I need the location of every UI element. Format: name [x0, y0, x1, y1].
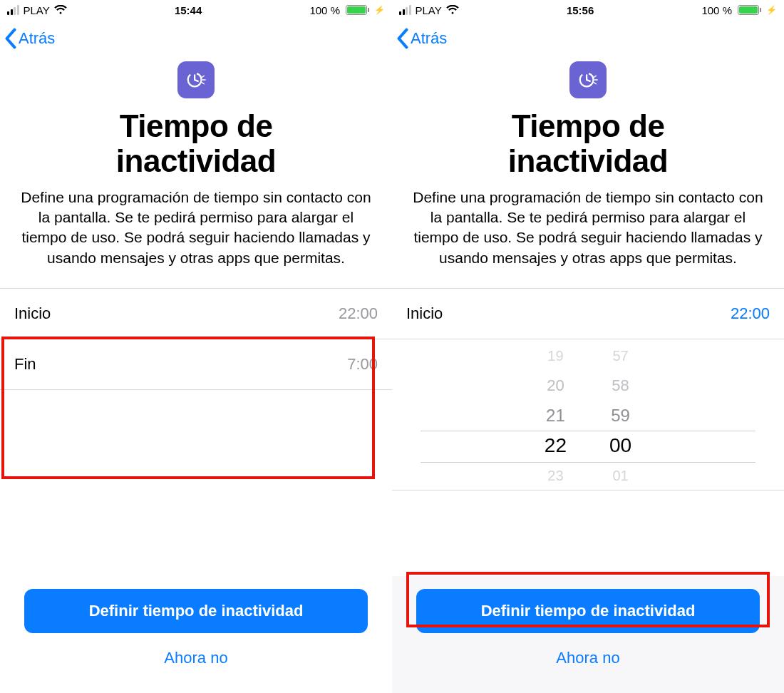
charging-icon: ⚡ [374, 5, 385, 15]
nav-bar: Atrás [392, 20, 784, 57]
time-picker[interactable]: 19 20 21 22 23 57 58 59 00 01 [392, 339, 784, 491]
start-label: Inicio [14, 304, 51, 323]
minute-option: 57 [609, 341, 631, 371]
chevron-left-icon [4, 28, 17, 49]
svg-line-11 [594, 83, 596, 84]
title-line1: Tiempo de [512, 108, 665, 143]
start-value: 22:00 [731, 304, 770, 323]
footer: Definir tiempo de inactividad Ahora no [0, 576, 392, 693]
screen-right: PLAY 15:56 100 % ⚡ Atrás [392, 0, 784, 693]
hero: Tiempo de inactividad Define una program… [392, 57, 784, 268]
charging-icon: ⚡ [766, 5, 777, 15]
not-now-link[interactable]: Ahora no [24, 649, 368, 667]
screen-left: PLAY 15:44 100 % ⚡ Atrás [0, 0, 392, 693]
chevron-left-icon [396, 28, 409, 49]
start-time-row[interactable]: Inicio 22:00 [0, 289, 392, 339]
status-bar: PLAY 15:56 100 % ⚡ [392, 0, 784, 20]
battery-percent: 100 % [701, 4, 732, 16]
back-button[interactable]: Atrás [4, 28, 55, 49]
carrier-label: PLAY [24, 4, 50, 16]
page-description: Define una programación de tiempo sin co… [16, 188, 376, 268]
time-range-list: Inicio 22:00 Fin 7:00 [0, 288, 392, 390]
title-line2: inactividad [116, 143, 276, 178]
carrier-label: PLAY [416, 4, 442, 16]
hour-wheel[interactable]: 19 20 21 22 23 [545, 341, 567, 491]
start-value: 22:00 [339, 304, 378, 323]
svg-line-4 [202, 76, 204, 77]
page-description: Define una programación de tiempo sin co… [408, 188, 768, 268]
svg-line-10 [594, 76, 596, 77]
battery-icon [344, 5, 369, 15]
define-downtime-button[interactable]: Definir tiempo de inactividad [416, 589, 760, 633]
wifi-icon [446, 5, 459, 15]
back-label: Atrás [411, 29, 447, 48]
minute-option: 58 [609, 371, 631, 401]
battery-percent: 100 % [309, 4, 340, 16]
title-line2: inactividad [508, 143, 668, 178]
title-line1: Tiempo de [120, 108, 273, 143]
minute-option: 59 [609, 401, 631, 431]
svg-line-5 [202, 83, 204, 84]
start-time-row[interactable]: Inicio 22:00 [392, 289, 784, 339]
hour-option: 20 [545, 371, 567, 401]
page-title: Tiempo de inactividad [408, 108, 768, 179]
end-time-row[interactable]: Fin 7:00 [0, 339, 392, 390]
define-downtime-button[interactable]: Definir tiempo de inactividad [24, 589, 368, 633]
hour-option: 19 [545, 341, 567, 371]
minute-wheel[interactable]: 57 58 59 00 01 [609, 341, 631, 491]
back-label: Atrás [19, 29, 55, 48]
hero: Tiempo de inactividad Define una program… [0, 57, 392, 268]
clock: 15:44 [175, 4, 202, 16]
footer: Definir tiempo de inactividad Ahora no [392, 576, 784, 693]
hour-option: 21 [545, 401, 567, 431]
signal-icon [7, 5, 19, 15]
downtime-icon [177, 61, 215, 98]
status-bar: PLAY 15:44 100 % ⚡ [0, 0, 392, 20]
page-title: Tiempo de inactividad [16, 108, 376, 179]
minute-option: 01 [609, 461, 631, 491]
start-label: Inicio [406, 304, 443, 323]
not-now-link[interactable]: Ahora no [416, 649, 760, 667]
svg-line-8 [587, 80, 590, 81]
back-button[interactable]: Atrás [396, 28, 447, 49]
wifi-icon [54, 5, 67, 15]
svg-line-2 [195, 80, 198, 81]
hour-selected: 22 [545, 431, 567, 461]
nav-bar: Atrás [0, 20, 392, 57]
clock: 15:56 [567, 4, 594, 16]
end-label: Fin [14, 355, 36, 374]
hour-option: 23 [545, 461, 567, 491]
end-value: 7:00 [347, 355, 378, 374]
signal-icon [399, 5, 411, 15]
downtime-icon [569, 61, 607, 98]
minute-selected: 00 [609, 431, 631, 461]
time-range-list: Inicio 22:00 19 20 21 22 23 57 58 59 00 … [392, 288, 784, 491]
battery-icon [736, 5, 761, 15]
